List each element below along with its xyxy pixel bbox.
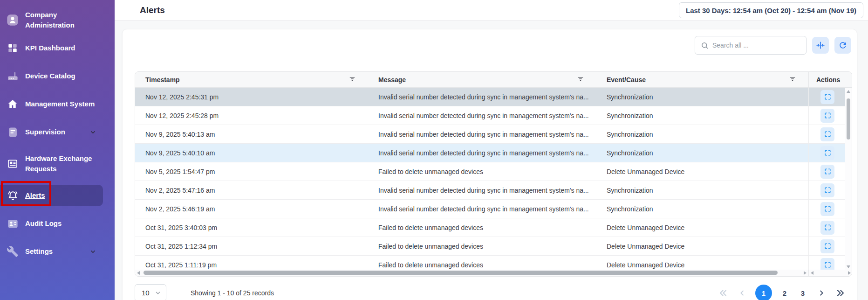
horizontal-scrollbar[interactable] — [135, 270, 808, 276]
expand-icon — [824, 130, 832, 138]
last-page-icon[interactable] — [834, 287, 847, 299]
alerts-card: Timestamp Message Event/Cause — [122, 29, 857, 300]
message-cell: Failed to delete unmanaged devices — [368, 237, 596, 255]
date-range-picker[interactable]: Last 30 Days: 12:54 am (Oct 20) - 12:54 … — [679, 2, 863, 18]
sidebar-item[interactable]: Supervision — [0, 121, 103, 143]
expand-icon — [824, 242, 832, 250]
sidebar-item[interactable]: Hardware Exchange Requests — [0, 149, 103, 178]
topbar: Alerts Last 30 Days: 12:54 am (Oct 20) -… — [115, 0, 868, 21]
column-header[interactable]: Event/Cause — [596, 72, 808, 87]
sidebar-item[interactable]: Audit Logs — [0, 213, 103, 234]
horizontal-scrollbar-thumb[interactable] — [144, 271, 778, 275]
timestamp-cell: Oct 31, 2025 1:12:34 pm — [135, 237, 368, 255]
table-row[interactable]: Nov 12, 2025 2:45:28 pm Invalid serial n… — [135, 106, 852, 125]
expand-icon — [824, 112, 832, 119]
sidebar-item-label: Device Catalog — [25, 71, 78, 81]
filter-icon[interactable] — [789, 75, 796, 84]
chevron-down-icon — [89, 129, 96, 136]
column-header-label: Actions — [816, 76, 840, 84]
sidebar-item-label: Management System — [25, 99, 97, 109]
page-number-button[interactable]: 2 — [779, 289, 790, 297]
expand-row-button[interactable] — [820, 183, 834, 197]
sidebar-item-label: Company Administration — [25, 10, 103, 30]
message-cell: Failed to delete unmanaged devices — [368, 162, 596, 181]
sidebar-item[interactable]: Management System — [0, 93, 103, 115]
expand-row-button[interactable] — [820, 90, 834, 104]
message-cell: Invalid serial number detected during sy… — [368, 181, 596, 199]
expand-icon — [824, 223, 832, 231]
filter-icon[interactable] — [577, 75, 584, 84]
message-cell: Invalid serial number detected during sy… — [368, 144, 596, 162]
event-cause-cell: Delete Unmanaged Device — [596, 218, 808, 237]
page-number-button[interactable]: 1 — [755, 285, 772, 300]
timestamp-cell: Oct 31, 2025 3:40:03 pm — [135, 218, 368, 237]
table-row[interactable]: Nov 5, 2025 1:54:47 pm Failed to delete … — [135, 162, 852, 181]
next-page-icon[interactable] — [815, 287, 827, 299]
search-input[interactable] — [712, 42, 800, 49]
table-row[interactable]: Oct 31, 2025 3:40:03 pm Failed to delete… — [135, 218, 852, 237]
expand-row-button[interactable] — [820, 146, 834, 160]
expand-icon — [824, 186, 832, 194]
expand-row-button[interactable] — [820, 127, 834, 141]
expand-row-button[interactable] — [820, 221, 834, 235]
id-card-icon — [7, 217, 19, 230]
newspaper-icon — [7, 158, 19, 170]
timestamp-cell: Nov 2, 2025 5:46:19 am — [135, 200, 368, 218]
sidebar-item[interactable]: Alerts — [0, 185, 103, 206]
table-row[interactable]: Oct 31, 2025 1:12:34 pm Failed to delete… — [135, 237, 852, 256]
expand-icon — [824, 149, 832, 157]
page-size-select[interactable]: 10 — [135, 284, 166, 300]
expand-row-button[interactable] — [820, 239, 834, 253]
actions-cell — [808, 88, 846, 106]
table-row[interactable]: Nov 2, 2025 5:46:19 am Invalid serial nu… — [135, 200, 852, 218]
sidebar-item[interactable]: KPI Dashboard — [0, 37, 103, 59]
wrench-icon — [7, 245, 19, 258]
column-header[interactable]: Timestamp — [135, 72, 368, 87]
expand-row-button[interactable] — [820, 109, 834, 123]
column-header[interactable]: Message — [368, 72, 596, 87]
sidebar: Company Administration KPI Dashboard — [0, 0, 115, 300]
event-cause-cell: Synchronization — [596, 181, 808, 199]
vertical-scrollbar[interactable] — [845, 88, 852, 270]
sidebar-item[interactable]: Device Catalog — [0, 65, 103, 87]
sidebar-item-label: Hardware Exchange Requests — [25, 153, 103, 174]
scroll-right-icon[interactable] — [804, 271, 806, 275]
actions-scroll-left-icon[interactable] — [811, 271, 813, 275]
table-row[interactable]: Nov 9, 2025 5:40:10 am Invalid serial nu… — [135, 144, 852, 162]
timestamp-cell: Nov 12, 2025 2:45:28 pm — [135, 106, 368, 125]
table-row[interactable]: Nov 2, 2025 5:47:16 am Invalid serial nu… — [135, 181, 852, 200]
expand-row-button[interactable] — [820, 202, 834, 216]
expand-row-button[interactable] — [820, 165, 834, 179]
column-header[interactable]: Actions — [808, 72, 852, 87]
expand-icon — [824, 167, 832, 175]
sidebar-item-label: KPI Dashboard — [25, 43, 78, 53]
vertical-scrollbar-thumb[interactable] — [847, 98, 850, 140]
page-number-button[interactable]: 3 — [797, 289, 808, 297]
previous-page-icon[interactable] — [736, 287, 748, 299]
refresh-button[interactable] — [834, 37, 851, 54]
table-row[interactable]: Nov 9, 2025 5:40:13 am Invalid serial nu… — [135, 125, 852, 144]
actions-pane-scrollbar[interactable] — [808, 270, 852, 276]
scroll-left-icon[interactable] — [137, 271, 140, 275]
refresh-icon — [838, 41, 847, 50]
actions-cell — [808, 181, 846, 199]
bell-icon — [7, 189, 19, 202]
table-row[interactable]: Nov 12, 2025 2:45:31 pm Invalid serial n… — [135, 88, 852, 106]
user-icon — [6, 14, 19, 27]
sidebar-item-label: Alerts — [25, 190, 48, 201]
fit-columns-button[interactable] — [812, 37, 829, 54]
sidebar-item[interactable]: Company Administration — [0, 9, 103, 31]
column-header-label: Message — [378, 76, 406, 84]
filter-icon[interactable] — [349, 75, 356, 84]
actions-cell — [808, 106, 846, 125]
table-body: Nov 12, 2025 2:45:31 pm Invalid serial n… — [135, 88, 852, 274]
sidebar-item[interactable]: Settings — [0, 241, 103, 262]
page-size-value: 10 — [142, 289, 150, 297]
search-input-wrapper[interactable] — [695, 36, 806, 55]
actions-scroll-right-icon[interactable] — [848, 271, 851, 275]
first-page-icon[interactable] — [717, 287, 729, 299]
scroll-up-icon[interactable] — [847, 90, 850, 93]
scroll-down-icon[interactable] — [847, 265, 850, 268]
table-toolbar — [695, 36, 851, 55]
fit-columns-icon — [816, 41, 825, 50]
